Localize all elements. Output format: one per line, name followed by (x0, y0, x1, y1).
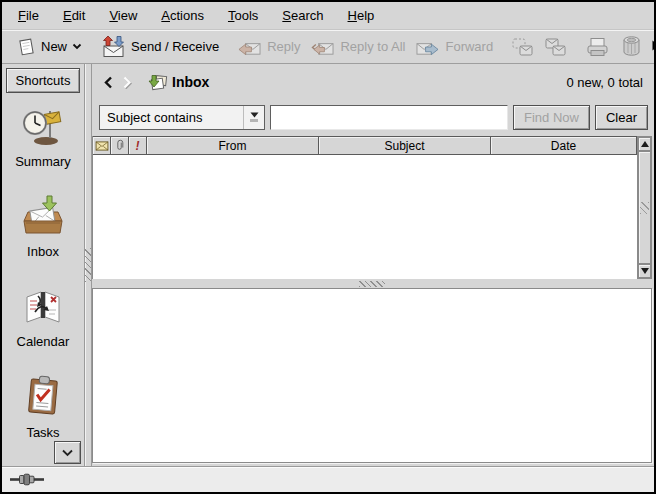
forward-nav-button[interactable] (117, 76, 135, 89)
sidebar-item-summary[interactable]: Summary (15, 104, 71, 169)
menu-bar: File Edit View Actions Tools Search Help (2, 2, 654, 30)
read-status-column-header[interactable] (93, 136, 111, 155)
sidebar-item-label: Summary (15, 154, 71, 169)
toolbar-overflow-button[interactable] (648, 35, 656, 58)
clear-button[interactable]: Clear (595, 105, 648, 130)
sidebar-item-label: Tasks (26, 425, 59, 440)
importance-icon: ! (136, 139, 140, 153)
forward-button[interactable]: Forward (410, 34, 498, 60)
read-status-envelope-icon (95, 141, 109, 151)
attachment-paperclip-icon (115, 139, 124, 153)
online-plug-icon[interactable] (10, 473, 44, 486)
menu-view[interactable]: View (97, 2, 149, 29)
scrollbar-thumb[interactable] (638, 151, 651, 264)
from-column-header[interactable]: From (147, 136, 319, 155)
message-list-scrollbar (637, 136, 652, 279)
print-button[interactable] (580, 34, 615, 60)
splitter-grip (359, 281, 385, 287)
attachment-column-header[interactable] (111, 136, 129, 155)
shortcut-scroll-down-button[interactable] (54, 441, 81, 464)
reply-all-icon (310, 36, 335, 58)
evolution-window: File Edit View Actions Tools Search Help… (0, 0, 656, 494)
status-bar (2, 466, 654, 492)
mail-view: Inbox 0 new, 0 total Subject contains Fi… (92, 64, 654, 466)
message-list: ! From Subject Date (92, 136, 652, 279)
search-criteria-value: Subject contains (107, 110, 202, 125)
new-button[interactable]: New (11, 34, 87, 59)
copy-to-folder-button[interactable] (539, 35, 572, 59)
menu-tools[interactable]: Tools (216, 2, 270, 29)
send-receive-icon (100, 35, 126, 58)
up-arrow-icon (641, 141, 649, 147)
content-area: Shortcuts (2, 64, 654, 466)
sidebar-item-tasks[interactable]: Tasks (23, 374, 63, 440)
menu-actions[interactable]: Actions (149, 2, 216, 29)
preview-splitter[interactable] (92, 279, 652, 288)
tasks-clipboard-icon (23, 374, 63, 418)
date-column-header[interactable]: Date (491, 136, 637, 155)
sidebar-item-label: Calendar (17, 334, 70, 349)
search-input[interactable] (270, 105, 508, 130)
combo-arrow-icon (243, 106, 264, 129)
forward-icon (415, 36, 440, 58)
scrollbar-down-button[interactable] (638, 264, 651, 278)
shortcuts-group-button[interactable]: Shortcuts (6, 68, 80, 93)
delete-button[interactable] (615, 33, 648, 60)
menu-help[interactable]: Help (336, 2, 387, 29)
reply-icon (237, 36, 262, 58)
splitter-grip (85, 248, 91, 282)
message-list-body[interactable] (93, 155, 637, 279)
down-arrow-icon (641, 268, 649, 274)
sidebar-item-label: Inbox (27, 244, 59, 259)
copy-to-folder-icon (544, 37, 567, 57)
scroll-down-icon (61, 449, 74, 457)
move-to-folder-button[interactable] (506, 35, 539, 59)
summary-clock-icon (21, 104, 65, 147)
move-to-folder-icon (511, 37, 534, 57)
inbox-tray-icon (20, 194, 66, 237)
sidebar-item-inbox[interactable]: Inbox (20, 194, 66, 259)
send-receive-button[interactable]: Send / Receive (95, 33, 224, 60)
message-list-header: ! From Subject Date (93, 136, 637, 155)
subject-column-header[interactable]: Subject (319, 136, 491, 155)
scrollbar-track[interactable] (638, 151, 651, 264)
new-document-icon (16, 36, 36, 57)
shortcut-bar: Shortcuts (2, 64, 84, 466)
reply-button[interactable]: Reply (232, 34, 305, 60)
menu-search[interactable]: Search (270, 2, 335, 29)
folder-title: Inbox (172, 74, 209, 90)
scrollbar-up-button[interactable] (638, 137, 651, 151)
sidebar-splitter[interactable] (84, 64, 92, 466)
sidebar-item-calendar[interactable]: Calendar (17, 284, 70, 349)
folder-message-count: 0 new, 0 total (566, 75, 643, 90)
message-preview-pane[interactable] (92, 288, 652, 463)
main-toolbar: New Send / Receive (2, 30, 654, 64)
find-now-button[interactable]: Find Now (513, 105, 590, 130)
folder-title-bar: Inbox 0 new, 0 total (92, 64, 652, 100)
menu-edit[interactable]: Edit (51, 2, 97, 29)
importance-column-header[interactable]: ! (129, 136, 147, 155)
reply-to-all-button[interactable]: Reply to All (305, 34, 410, 60)
chevron-down-icon (72, 43, 82, 50)
shortcut-list: Summary (2, 95, 84, 466)
calendar-book-icon (20, 284, 66, 327)
search-criteria-dropdown[interactable]: Subject contains (99, 105, 265, 130)
print-icon (585, 36, 610, 58)
inbox-note-icon (147, 73, 168, 92)
back-button[interactable] (99, 76, 117, 89)
menu-file[interactable]: File (6, 2, 51, 29)
search-bar: Subject contains Find Now Clear (92, 100, 652, 134)
overflow-right-arrow-icon (652, 40, 656, 51)
trash-icon (620, 35, 643, 58)
